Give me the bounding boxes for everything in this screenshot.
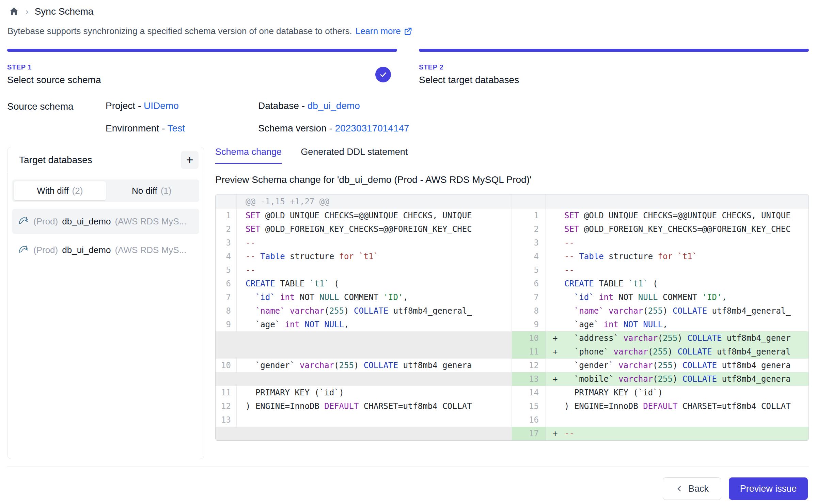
page-title: Sync Schema: [35, 6, 94, 17]
source-field-label: Schema version -: [258, 123, 335, 133]
tab-no-diff[interactable]: No diff(1): [106, 181, 198, 200]
tab-generated-ddl-statement[interactable]: Generated DDL statement: [301, 147, 408, 164]
diff-row: 10 `gender` varchar(255) COLLATE utf8mb4…: [216, 359, 809, 372]
diff-new-line-number: 7: [512, 290, 546, 304]
target-database-item[interactable]: (Prod)db_ui_demo(AWS RDS MyS...: [12, 209, 199, 234]
diff-new-line-number: 4: [512, 250, 546, 263]
diff-new-code: `gender` varchar(255) COLLATE utf8mb4_ge…: [546, 359, 809, 372]
diff-new-code: --: [546, 236, 809, 250]
diff-new-line-number: 9: [512, 318, 546, 331]
mysql-icon: [18, 243, 29, 257]
main-area: Target databases + With diff(2)No diff(1…: [7, 147, 809, 459]
diff-row: 3--3--: [216, 236, 809, 250]
source-field-value-link[interactable]: db_ui_demo: [308, 100, 360, 111]
diff-new-line-number: 3: [512, 236, 546, 250]
diff-old-code: [237, 331, 512, 345]
page-description: Bytebase supports synchronizing a specif…: [7, 26, 809, 36]
source-field-label: Project -: [106, 100, 144, 111]
diff-filter-tabs: With diff(2)No diff(1): [12, 179, 199, 202]
source-field-label: Environment -: [106, 123, 168, 133]
diff-row: 11+ `phone` varchar(255) COLLATE utf8mb4…: [216, 345, 809, 359]
diff-new-line-number: 8: [512, 304, 546, 318]
diff-row: 9 `age` int NOT NULL,9 `age` int NOT NUL…: [216, 318, 809, 331]
tab-with-diff[interactable]: With diff(2): [14, 181, 106, 200]
diff-new-code: +--: [546, 427, 809, 440]
diff-old-line-number: 12: [216, 399, 237, 413]
schema-diff-view: @@ -1,15 +1,27 @@1SET @OLD_UNIQUE_CHECKS…: [215, 194, 809, 441]
diff-row: 11 PRIMARY KEY (`id`)14 PRIMARY KEY (`id…: [216, 386, 809, 399]
diff-new-line-number: 5: [512, 263, 546, 277]
diff-old-code: CREATE TABLE `t1` (: [237, 277, 512, 290]
steps: STEP 1Select source schemaSTEP 2Select t…: [7, 49, 809, 85]
diff-old-line-number: [216, 372, 237, 386]
database-instance-detail: (AWS RDS MyS...: [115, 245, 186, 255]
source-schema-section: Source schema Project - UIDemoDatabase -…: [7, 100, 809, 134]
source-field-label: Database -: [258, 100, 308, 111]
diff-old-line-number: 7: [216, 290, 237, 304]
diff-new-line-number: 1: [512, 209, 546, 222]
preview-issue-button[interactable]: Preview issue: [729, 477, 808, 500]
tab-count: (2): [72, 186, 83, 196]
diff-new-line-number: 17: [512, 427, 546, 440]
tab-label: With diff: [37, 186, 68, 196]
diff-row: 12) ENGINE=InnoDB DEFAULT CHARSET=utf8mb…: [216, 399, 809, 413]
diff-new-code: + `address` varchar(255) COLLATE utf8mb4…: [546, 331, 809, 345]
mysql-icon: [18, 215, 29, 229]
add-target-database-button[interactable]: +: [181, 151, 199, 169]
tab-schema-change[interactable]: Schema change: [215, 147, 282, 164]
diff-new-code: + `mobile` varchar(255) COLLATE utf8mb4_…: [546, 372, 809, 386]
diff-added-marker: +: [553, 345, 564, 359]
breadcrumb: › Sync Schema: [7, 6, 809, 17]
diff-row: 2SET @OLD_FOREIGN_KEY_CHECKS=@@FOREIGN_K…: [216, 222, 809, 236]
plus-icon: +: [186, 154, 193, 166]
step-1: STEP 1Select source schema: [7, 49, 397, 85]
learn-more-label: Learn more: [356, 26, 401, 36]
diff-row: 13+ `mobile` varchar(255) COLLATE utf8mb…: [216, 372, 809, 386]
learn-more-link[interactable]: Learn more: [356, 26, 412, 36]
back-button[interactable]: Back: [663, 477, 721, 500]
diff-old-code: `gender` varchar(255) COLLATE utf8mb4_ge…: [237, 359, 512, 372]
diff-row: 1316: [216, 413, 809, 427]
database-environment: (Prod): [33, 216, 58, 227]
diff-old-code: `id` int NOT NULL COMMENT 'ID',: [237, 290, 512, 304]
diff-old-code: -- Table structure for `t1`: [237, 250, 512, 263]
diff-old-line-number: 1: [216, 209, 237, 222]
diff-row: 4-- Table structure for `t1`4-- Table st…: [216, 250, 809, 263]
step-label: Select target databases: [419, 75, 519, 85]
step-progress-bar: [419, 49, 809, 52]
diff-row: 8 `name` varchar(255) COLLATE utf8mb4_ge…: [216, 304, 809, 318]
diff-new-line-number: 13: [512, 372, 546, 386]
diff-old-code: [237, 413, 512, 427]
diff-old-line-number: 8: [216, 304, 237, 318]
tab-count: (1): [161, 186, 172, 196]
diff-old-line-number: 9: [216, 318, 237, 331]
preview-issue-label: Preview issue: [740, 484, 797, 494]
sync-schema-page: › Sync Schema Bytebase supports synchron…: [0, 0, 816, 459]
diff-new-code: PRIMARY KEY (`id`): [546, 386, 809, 399]
diff-new-line-number: 14: [512, 386, 546, 399]
source-field-value-link[interactable]: Test: [168, 123, 185, 133]
step-completed-check-icon: [375, 67, 391, 82]
source-field-value-link[interactable]: 20230317014147: [335, 123, 409, 133]
diff-row: 5--5--: [216, 263, 809, 277]
diff-new-line-number: 12: [512, 359, 546, 372]
diff-old-code: SET @OLD_UNIQUE_CHECKS=@@UNIQUE_CHECKS, …: [237, 209, 512, 222]
source-field: Environment - Test: [106, 123, 221, 134]
diff-new-code: `name` varchar(255) COLLATE utf8mb4_gene…: [546, 304, 809, 318]
diff-added-marker: +: [553, 331, 564, 345]
diff-old-line-number: [216, 427, 237, 440]
step-label: Select source schema: [7, 75, 101, 85]
diff-new-code: `id` int NOT NULL COMMENT 'ID',: [546, 290, 809, 304]
target-databases-title: Target databases: [19, 155, 92, 166]
diff-new-line-number: 10: [512, 331, 546, 345]
target-database-item[interactable]: (Prod)db_ui_demo(AWS RDS MyS...: [12, 237, 199, 263]
diff-hunk-header-row: @@ -1,15 +1,27 @@: [216, 194, 809, 209]
source-field: Database - db_ui_demo: [258, 100, 409, 111]
diff-new-code: -- Table structure for `t1`: [546, 250, 809, 263]
schema-preview-area: Schema changeGenerated DDL statement Pre…: [215, 147, 809, 441]
source-field-value-link[interactable]: UIDemo: [144, 100, 179, 111]
target-databases-header: Target databases +: [7, 147, 204, 173]
diff-row: 10+ `address` varchar(255) COLLATE utf8m…: [216, 331, 809, 345]
home-icon[interactable]: [9, 6, 19, 17]
source-schema-fields: Project - UIDemoDatabase - db_ui_demoEnv…: [106, 100, 409, 134]
